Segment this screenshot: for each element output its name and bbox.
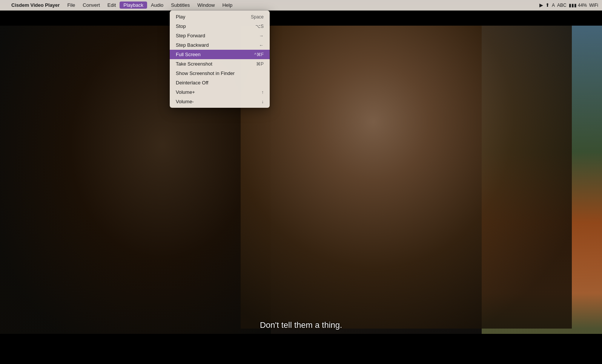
menu-window[interactable]: Window: [194, 2, 218, 9]
app-name[interactable]: Cisdem Video Player: [8, 2, 63, 9]
menu-playback[interactable]: Playback: [120, 2, 147, 9]
menu-file[interactable]: File: [63, 2, 79, 9]
video-content: Don't tell them a thing.: [0, 11, 602, 364]
playback-menu-item-take-screenshot[interactable]: Take Screenshot⌘P: [170, 59, 270, 69]
playback-menu-item-step-backward[interactable]: Step Backward←: [170, 40, 270, 50]
abc-icon: ABC: [557, 3, 567, 8]
playback-menu-item-full-screen[interactable]: Full Screen^⌘F: [170, 50, 270, 59]
play-status-icon: ▶: [539, 2, 543, 8]
menu-edit[interactable]: Edit: [104, 2, 120, 9]
menu-bar-right: ▶ ⬆ A ABC ▮▮▮ 44% WiFi: [536, 2, 602, 8]
wifi-icon: WiFi: [589, 3, 598, 8]
menu-convert[interactable]: Convert: [79, 2, 104, 9]
video-frame: [0, 11, 602, 364]
letterbox-top: [0, 11, 602, 26]
menu-subtitles[interactable]: Subtitles: [167, 2, 194, 9]
apple-menu[interactable]: [0, 5, 8, 6]
battery-icon: ▮▮▮ 44%: [569, 3, 587, 8]
playback-menu-item-show-screenshot-in-finder[interactable]: Show Screenshot in Finder: [170, 69, 270, 78]
menu-help[interactable]: Help: [218, 2, 236, 9]
playback-menu-item-volume-[interactable]: Volume-↓: [170, 97, 270, 106]
menu-bar: Cisdem Video Player File Convert Edit Pl…: [0, 0, 602, 11]
subtitle-text: Don't tell them a thing.: [260, 320, 342, 330]
player-window: Don't tell them a thing.: [0, 11, 602, 364]
menu-audio[interactable]: Audio: [147, 2, 167, 9]
right-figure: [241, 11, 572, 329]
playback-menu-item-step-forward[interactable]: Step Forward→: [170, 31, 270, 40]
menu-bar-left: Cisdem Video Player File Convert Edit Pl…: [0, 2, 536, 9]
playback-dropdown-menu: PlaySpaceStop⌥SStep Forward→Step Backwar…: [170, 11, 270, 108]
letterbox-bottom: [0, 334, 602, 364]
playback-menu-item-volume+[interactable]: Volume+↑: [170, 87, 270, 97]
playback-menu-item-deinterlace-off[interactable]: Deinterlace Off: [170, 78, 270, 87]
text-input-icon: A: [552, 3, 555, 8]
playback-menu-item-play[interactable]: PlaySpace: [170, 12, 270, 21]
playback-menu-item-stop[interactable]: Stop⌥S: [170, 21, 270, 31]
cloud-icon: ⬆: [545, 2, 550, 8]
